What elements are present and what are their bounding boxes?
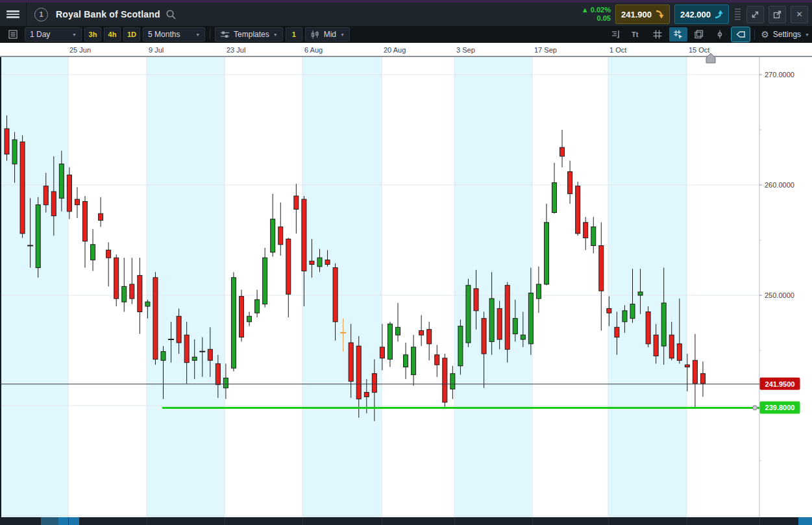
chevron-down-icon: ▼ <box>195 32 200 37</box>
doji-dash <box>340 332 346 334</box>
candle-body <box>364 393 369 397</box>
shape-tool-button[interactable] <box>732 27 750 42</box>
candle-body <box>208 349 212 360</box>
candle-body <box>646 312 650 344</box>
period-dropdown-label: 1 Day <box>30 30 50 39</box>
search-icon[interactable] <box>166 9 177 20</box>
grid-toggle-button[interactable] <box>648 27 667 42</box>
templates-dropdown[interactable]: Templates ▼ <box>215 27 283 42</box>
candle-body <box>435 355 439 365</box>
candle-body <box>177 316 181 343</box>
settings-button[interactable]: ⚙ Settings ▼ <box>761 29 809 40</box>
candle-body <box>489 299 494 341</box>
time-band <box>608 57 687 517</box>
scrollbar-right-block[interactable] <box>798 517 812 525</box>
scrollbar-tick <box>147 517 147 525</box>
candle-body <box>325 260 330 265</box>
candle-body <box>67 175 71 212</box>
buy-price: 242.000 <box>680 10 711 19</box>
candle-body <box>630 304 635 319</box>
close-button[interactable]: ✕ <box>791 6 808 23</box>
buy-price-button[interactable]: 242.000 <box>674 5 729 24</box>
scrollbar-thumb[interactable] <box>41 517 58 525</box>
candle-body <box>576 186 580 234</box>
candle-body <box>521 335 525 339</box>
candle-body <box>700 374 705 384</box>
date-tick-label: 23 Jul <box>227 46 245 54</box>
candle-body <box>443 358 447 402</box>
close-icon: ✕ <box>796 10 802 19</box>
price-up-arrow-icon <box>714 9 723 19</box>
quick-period-4h[interactable]: 4h <box>104 27 121 42</box>
price-ladder-tool-button[interactable] <box>607 27 625 42</box>
candle-body <box>20 142 25 234</box>
scrollbar-thumb[interactable] <box>58 517 79 525</box>
candle-body <box>294 196 299 209</box>
candle-body <box>349 343 353 382</box>
price-tick-label: 250.0000 <box>765 291 794 299</box>
candlestick-icon <box>310 30 320 40</box>
link-group-icon[interactable]: 1 <box>34 8 48 21</box>
quick-period-1d[interactable]: 1D <box>123 27 140 42</box>
scrollbar-tick <box>382 517 382 525</box>
up-triangle-icon: ▲ <box>582 6 589 14</box>
trendline-handle[interactable] <box>753 406 757 410</box>
candle-body <box>568 172 572 194</box>
watchlist-panel-button[interactable] <box>4 27 22 42</box>
candle-body <box>458 326 463 366</box>
header-bar: 1 Royal Bank of Scotland ▲ 0.02% 0.05 24… <box>0 3 812 27</box>
scrollbar-tick <box>532 517 533 525</box>
candle-body <box>255 300 260 313</box>
time-band <box>147 57 225 517</box>
draw-tool-button[interactable] <box>669 27 687 42</box>
quick-period-3h[interactable]: 3h <box>84 27 101 42</box>
annotation-marker[interactable] <box>706 53 715 63</box>
windows-layout-button[interactable] <box>690 27 708 42</box>
range-dropdown-label: 5 Months <box>148 30 180 39</box>
current-price-badge-label: 241.9500 <box>765 380 795 388</box>
candle-body <box>12 140 17 164</box>
candle-body <box>130 284 134 299</box>
candle-body <box>654 335 658 356</box>
scrollbar-tick <box>225 517 225 525</box>
candle-body <box>685 365 689 367</box>
date-tick-label: 25 Jun <box>69 46 91 54</box>
candle-body <box>388 324 392 359</box>
candle-body <box>106 250 111 258</box>
vertical-line-tool-button[interactable] <box>711 27 729 42</box>
scrollbar-tick <box>454 517 455 525</box>
scrollbar-tick <box>608 517 609 525</box>
sell-price-button[interactable]: 241.900 <box>615 5 670 24</box>
sliders-icon <box>220 30 230 39</box>
candle-body <box>333 268 338 322</box>
draw-grid-icon <box>673 29 683 40</box>
doji-dash <box>199 351 205 352</box>
candle-body <box>184 335 189 363</box>
period-dropdown[interactable]: 1 Day ▼ <box>25 27 82 42</box>
candle-body <box>607 308 611 313</box>
range-dropdown[interactable]: 5 Months ▼ <box>143 27 205 42</box>
time-scrollbar[interactable] <box>0 517 812 525</box>
expand-window-button[interactable] <box>746 6 764 23</box>
date-tick-label: 20 Aug <box>384 46 406 54</box>
price-mode-label: Mid <box>324 30 336 39</box>
bar-width-button[interactable]: 1 <box>286 27 302 42</box>
text-tool-button[interactable]: Tt <box>628 27 646 42</box>
panel-drag-handle[interactable] <box>733 8 742 20</box>
hamburger-menu-button[interactable] <box>0 3 27 26</box>
change-block: ▲ 0.02% 0.05 <box>582 6 611 23</box>
scrollbar-tick <box>68 517 69 525</box>
candle-body <box>263 258 267 304</box>
gear-icon: ⚙ <box>761 29 769 40</box>
popout-window-button[interactable] <box>769 6 786 23</box>
change-value: 0.05 <box>582 14 611 23</box>
candle-body <box>513 319 517 334</box>
candle-body <box>412 347 416 375</box>
chart-canvas[interactable]: 270.0000260.0000250.000025 Jun9 Jul23 Ju… <box>0 0 812 525</box>
candle-body <box>450 374 455 389</box>
candle-body <box>5 128 9 154</box>
candle-body <box>215 363 220 384</box>
price-mode-dropdown[interactable]: Mid ▼ <box>305 27 350 42</box>
candlestick-chart[interactable]: 270.0000260.0000250.000025 Jun9 Jul23 Ju… <box>0 0 812 525</box>
time-band <box>302 57 382 517</box>
